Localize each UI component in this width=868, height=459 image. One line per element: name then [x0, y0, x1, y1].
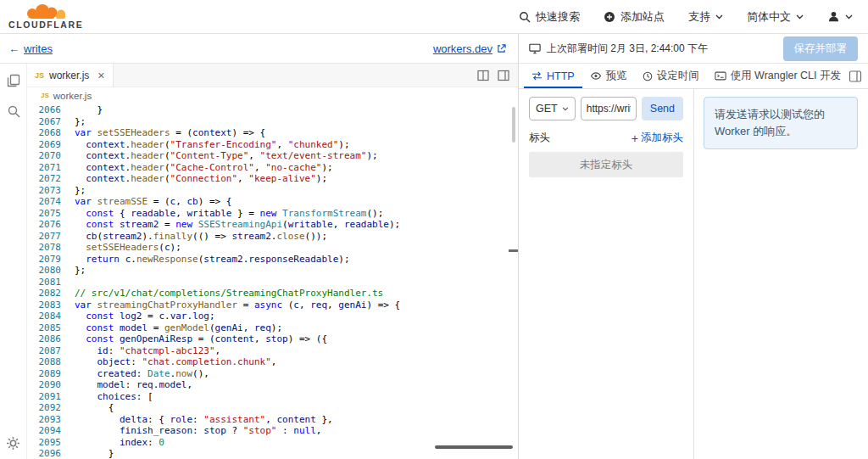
top-header: CLOUDFLARE 快速搜索 添加站点 支持	[0, 0, 868, 34]
code-line[interactable]: 2077 cb(stream2).finally(() => stream2.c…	[27, 231, 518, 243]
add-site-label: 添加站点	[620, 9, 665, 25]
tab-http[interactable]: HTTP	[524, 64, 582, 88]
panel-tabbar-actions	[849, 64, 868, 88]
code-line[interactable]: 2090 model: req.model,	[27, 379, 518, 391]
code-line[interactable]: 2066 }	[27, 104, 518, 116]
code-line[interactable]: 2075 const { readable, writable } = new …	[27, 208, 518, 220]
code-area[interactable]: 2066 }2067};2068var setSSEHeaders = (con…	[27, 104, 518, 459]
back-link-label: writes	[24, 42, 53, 55]
code-line[interactable]: 2076 const stream2 = new SSEStreamingApi…	[27, 219, 518, 231]
tab-preview[interactable]: 预览	[582, 64, 635, 88]
account-menu[interactable]	[827, 10, 853, 23]
editor-tab-label: worker.js	[49, 70, 89, 81]
user-icon	[827, 10, 840, 23]
js-file-icon: JS	[35, 71, 44, 80]
code-line[interactable]: 2071 context.header("Cache-Control", "no…	[27, 162, 518, 174]
code-editor: JS worker.js ×	[27, 64, 518, 459]
request-row: GET Send	[529, 97, 683, 120]
gear-icon[interactable]	[6, 436, 20, 451]
editor-tabbar: JS worker.js ×	[27, 64, 518, 87]
code-line[interactable]: 2073};	[27, 185, 518, 197]
code-line[interactable]: 2079 return c.newResponse(stream2.respon…	[27, 254, 518, 266]
language-menu[interactable]: 简体中文	[747, 9, 804, 25]
tab-wrangler-cli[interactable]: 使用 Wrangler CLI 开发	[707, 64, 849, 88]
code-line[interactable]: 2091 choices: [	[27, 391, 518, 403]
files-icon[interactable]	[7, 74, 20, 87]
tab-schedule[interactable]: 设定时间	[635, 64, 707, 88]
code-line[interactable]: 2084 const log2 = c.var.log;	[27, 311, 518, 322]
method-value: GET	[536, 103, 558, 115]
search-icon[interactable]	[7, 104, 20, 118]
code-line[interactable]: 2096 }	[27, 448, 518, 459]
response-column: 请发送请求以测试您的 Worker 的响应。	[694, 89, 868, 459]
panel-body: GET Send 标头 + 添加标头	[519, 89, 868, 459]
method-select[interactable]: GET	[529, 97, 576, 120]
top-nav: 快速搜索 添加站点 支持 简体中文	[519, 9, 853, 25]
code-line[interactable]: 2087 id: "chatcmpl-abc123",	[27, 345, 518, 357]
editor-activity-bar	[0, 64, 27, 459]
brand-text: CLOUDFLARE	[8, 20, 83, 30]
quick-search-button[interactable]: 快速搜索	[519, 9, 580, 25]
language-label: 简体中文	[747, 9, 791, 25]
breadcrumb-label: worker.js	[53, 91, 92, 101]
deploy-bar: 上次部署时间 2月 3日, 2:44:00 下午 保存并部署	[519, 34, 868, 64]
panel-layout-icon[interactable]	[849, 70, 862, 83]
code-line[interactable]: 2082// src/v1/chat/completions/Streaming…	[27, 288, 518, 299]
code-line[interactable]: 2069 context.header("Transfer-Encoding",…	[27, 139, 518, 151]
code-line[interactable]: 2067};	[27, 116, 518, 128]
code-line[interactable]: 2080};	[27, 265, 518, 277]
quick-search-label: 快速搜索	[536, 9, 580, 25]
tab-http-label: HTTP	[547, 70, 575, 82]
eye-icon	[590, 71, 602, 81]
back-link[interactable]: ← writes	[8, 42, 53, 55]
code-line[interactable]: 2070 context.header("Content-Type", "tex…	[27, 150, 518, 162]
cloudflare-logo[interactable]: CLOUDFLARE	[8, 4, 83, 30]
code-line[interactable]: 2074var streamSSE = (c, cb) => {	[27, 196, 518, 208]
workers-dev-link[interactable]: workers.dev	[433, 42, 506, 55]
clock-icon	[643, 71, 653, 81]
editor-panel: ← writes workers.dev	[0, 34, 519, 459]
support-menu[interactable]: 支持	[688, 9, 723, 25]
send-button[interactable]: Send	[642, 97, 683, 120]
swap-arrows-icon	[531, 71, 542, 81]
search-icon	[519, 11, 531, 23]
code-line[interactable]: 2072 context.header("Connection", "keep-…	[27, 173, 518, 185]
layout-columns-icon[interactable]	[498, 70, 509, 81]
code-line[interactable]: 2078 setSSEHeaders(c);	[27, 242, 518, 254]
code-line[interactable]: 2081	[27, 277, 518, 288]
code-line[interactable]: 2085 const model = genModel(genAi, req);	[27, 322, 518, 334]
save-deploy-button[interactable]: 保存并部署	[783, 36, 859, 61]
chevron-down-icon	[845, 14, 853, 20]
code-line[interactable]: 2092 {	[27, 402, 518, 414]
add-site-button[interactable]: 添加站点	[604, 9, 665, 25]
code-line[interactable]: 2093 delta: { role: "assistant", content…	[27, 414, 518, 426]
tab-wrangler-label: 使用 Wrangler CLI 开发	[731, 69, 841, 83]
headers-label: 标头	[529, 131, 550, 145]
url-input[interactable]	[581, 97, 637, 120]
chevron-down-icon	[562, 107, 569, 111]
plus-circle-icon	[604, 11, 615, 23]
code-line[interactable]: 2088 object: "chat.completion.chunk",	[27, 356, 518, 368]
close-tab-icon[interactable]: ×	[97, 69, 104, 82]
code-line[interactable]: 2094 finish_reason: stop ? "stop" : null…	[27, 425, 518, 437]
code-line[interactable]: 2068var setSSEHeaders = (context) => {	[27, 127, 518, 139]
http-test-panel: 上次部署时间 2月 3日, 2:44:00 下午 保存并部署 HTTP	[519, 34, 868, 459]
code-line[interactable]: 2083var streamingChatProxyHandler = asyn…	[27, 299, 518, 311]
code-line[interactable]: 2086 const genOpenAiResp = (content, sto…	[27, 333, 518, 345]
code-line[interactable]: 2089 created: Date.now(),	[27, 368, 518, 380]
editor-tab-workerjs[interactable]: JS worker.js ×	[27, 64, 114, 87]
response-info-box: 请发送请求以测试您的 Worker 的响应。	[704, 97, 858, 149]
monitor-icon	[529, 43, 541, 54]
vertical-scrollbar-thumb[interactable]	[512, 107, 515, 143]
add-header-link[interactable]: + 添加标头	[632, 131, 683, 145]
breadcrumb[interactable]: JS worker.js	[27, 87, 518, 104]
split-editor-icon[interactable]	[477, 70, 489, 81]
chevron-down-icon	[715, 14, 723, 20]
tab-preview-label: 预览	[606, 69, 627, 83]
request-column: GET Send 标头 + 添加标头	[519, 89, 694, 459]
external-link-icon	[497, 44, 506, 53]
tab-schedule-label: 设定时间	[657, 69, 699, 83]
editor-subbar: ← writes workers.dev	[0, 34, 518, 64]
js-file-icon: JS	[41, 92, 49, 99]
horizontal-scrollbar-thumb[interactable]	[435, 445, 513, 449]
